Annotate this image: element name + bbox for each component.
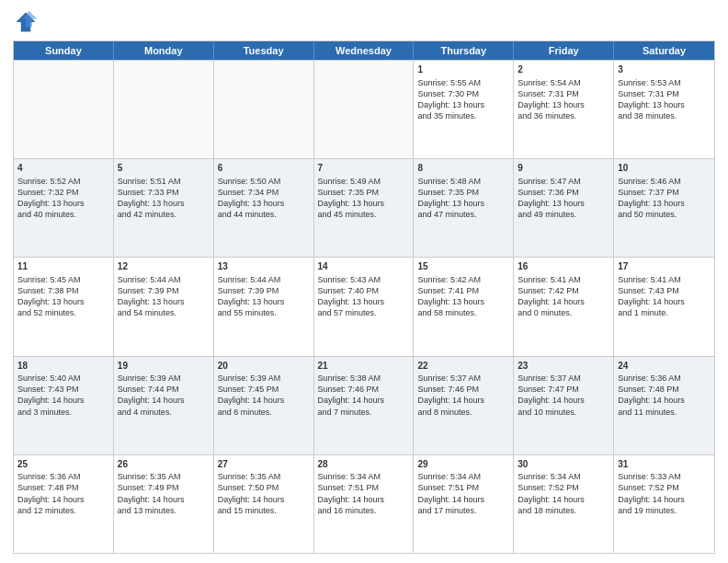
calendar-cell: 3Sunrise: 5:53 AMSunset: 7:31 PMDaylight… <box>614 61 714 158</box>
day-number: 26 <box>118 458 210 471</box>
day-number: 20 <box>218 360 310 373</box>
day-info: Sunset: 7:31 PM <box>518 88 609 99</box>
day-number: 14 <box>318 260 410 273</box>
day-info: and 57 minutes. <box>318 307 410 318</box>
calendar-row: 18Sunrise: 5:40 AMSunset: 7:43 PMDayligh… <box>14 356 714 454</box>
calendar-cell: 12Sunrise: 5:44 AMSunset: 7:39 PMDayligh… <box>114 258 214 355</box>
day-info: Sunrise: 5:43 AM <box>318 274 410 285</box>
day-info: Daylight: 14 hours <box>318 395 410 406</box>
day-info: Sunrise: 5:35 AM <box>118 471 210 482</box>
day-info: Sunset: 7:31 PM <box>618 88 711 99</box>
day-info: Daylight: 13 hours <box>417 99 509 110</box>
day-info: Daylight: 13 hours <box>417 296 509 307</box>
weekday-header: Saturday <box>614 41 714 60</box>
day-info: Sunrise: 5:34 AM <box>318 471 410 482</box>
day-number: 23 <box>518 360 609 373</box>
day-info: Sunset: 7:34 PM <box>218 187 310 198</box>
empty-cell <box>14 61 114 158</box>
day-info: Sunset: 7:43 PM <box>17 384 109 395</box>
day-info: Sunset: 7:49 PM <box>118 482 210 493</box>
day-number: 2 <box>518 63 609 76</box>
day-info: and 49 minutes. <box>518 209 609 220</box>
day-info: Sunset: 7:32 PM <box>17 187 109 198</box>
calendar-cell: 2Sunrise: 5:54 AMSunset: 7:31 PMDaylight… <box>514 61 614 158</box>
calendar-cell: 29Sunrise: 5:34 AMSunset: 7:51 PMDayligh… <box>414 455 514 553</box>
day-info: Daylight: 14 hours <box>218 494 310 505</box>
header <box>13 9 715 35</box>
day-info: Sunrise: 5:45 AM <box>17 274 109 285</box>
calendar: SundayMondayTuesdayWednesdayThursdayFrid… <box>13 40 715 554</box>
day-info: Sunset: 7:50 PM <box>218 482 310 493</box>
day-info: Sunset: 7:45 PM <box>218 384 310 395</box>
day-info: and 40 minutes. <box>17 209 109 220</box>
day-info: and 58 minutes. <box>417 307 509 318</box>
calendar-cell: 20Sunrise: 5:39 AMSunset: 7:45 PMDayligh… <box>214 357 314 454</box>
weekday-header: Monday <box>114 41 214 60</box>
day-info: and 6 minutes. <box>218 407 310 418</box>
day-number: 18 <box>17 360 109 373</box>
day-info: Sunset: 7:38 PM <box>17 285 109 296</box>
day-info: Sunset: 7:36 PM <box>518 187 609 198</box>
day-info: Sunrise: 5:52 AM <box>17 176 109 187</box>
day-info: Sunrise: 5:47 AM <box>518 176 609 187</box>
weekday-header: Sunday <box>14 41 114 60</box>
day-info: and 38 minutes. <box>618 110 711 121</box>
day-number: 9 <box>518 162 609 175</box>
calendar-cell: 9Sunrise: 5:47 AMSunset: 7:36 PMDaylight… <box>514 159 614 257</box>
day-number: 15 <box>417 260 509 273</box>
day-info: and 7 minutes. <box>318 407 410 418</box>
day-info: Sunset: 7:30 PM <box>417 88 509 99</box>
day-info: Sunrise: 5:39 AM <box>118 373 210 384</box>
day-info: Daylight: 14 hours <box>318 494 410 505</box>
day-info: Sunrise: 5:46 AM <box>618 176 711 187</box>
calendar-cell: 22Sunrise: 5:37 AMSunset: 7:46 PMDayligh… <box>414 357 514 454</box>
day-info: Sunrise: 5:54 AM <box>518 77 609 88</box>
day-info: and 8 minutes. <box>417 407 509 418</box>
day-number: 16 <box>518 260 609 273</box>
day-info: Sunrise: 5:34 AM <box>518 471 609 482</box>
day-info: Sunset: 7:51 PM <box>318 482 410 493</box>
day-info: Daylight: 13 hours <box>318 198 410 209</box>
day-info: Daylight: 13 hours <box>17 296 109 307</box>
calendar-cell: 28Sunrise: 5:34 AMSunset: 7:51 PMDayligh… <box>314 455 415 553</box>
day-info: Daylight: 14 hours <box>417 494 509 505</box>
day-info: and 10 minutes. <box>518 407 609 418</box>
calendar-cell: 25Sunrise: 5:36 AMSunset: 7:48 PMDayligh… <box>14 455 114 553</box>
day-info: and 3 minutes. <box>17 407 109 418</box>
day-info: Daylight: 14 hours <box>618 395 711 406</box>
day-info: Sunset: 7:37 PM <box>618 187 711 198</box>
day-number: 28 <box>318 458 410 471</box>
day-info: and 11 minutes. <box>618 407 711 418</box>
day-info: and 15 minutes. <box>218 505 310 516</box>
day-info: Daylight: 13 hours <box>618 99 711 110</box>
day-info: and 52 minutes. <box>17 307 109 318</box>
day-number: 31 <box>618 458 711 471</box>
day-number: 13 <box>218 260 310 273</box>
day-info: Sunset: 7:48 PM <box>17 482 109 493</box>
day-info: and 17 minutes. <box>417 505 509 516</box>
day-info: Daylight: 13 hours <box>218 198 310 209</box>
day-info: Daylight: 14 hours <box>518 395 609 406</box>
day-number: 3 <box>618 63 711 76</box>
day-info: Sunset: 7:44 PM <box>118 384 210 395</box>
calendar-cell: 19Sunrise: 5:39 AMSunset: 7:44 PMDayligh… <box>114 357 214 454</box>
day-info: Daylight: 14 hours <box>618 296 711 307</box>
calendar-cell: 10Sunrise: 5:46 AMSunset: 7:37 PMDayligh… <box>614 159 714 257</box>
day-info: Daylight: 14 hours <box>118 494 210 505</box>
calendar-cell: 31Sunrise: 5:33 AMSunset: 7:52 PMDayligh… <box>614 455 714 553</box>
day-info: Sunset: 7:48 PM <box>618 384 711 395</box>
logo <box>13 9 42 35</box>
calendar-cell: 6Sunrise: 5:50 AMSunset: 7:34 PMDaylight… <box>214 159 314 257</box>
day-info: Sunrise: 5:44 AM <box>118 274 210 285</box>
day-info: Sunrise: 5:36 AM <box>17 471 109 482</box>
day-info: Sunrise: 5:44 AM <box>218 274 310 285</box>
day-number: 11 <box>17 260 109 273</box>
day-number: 21 <box>318 360 410 373</box>
empty-cell <box>114 61 214 158</box>
calendar-row: 1Sunrise: 5:55 AMSunset: 7:30 PMDaylight… <box>14 60 714 158</box>
day-number: 12 <box>118 260 210 273</box>
day-number: 5 <box>118 162 210 175</box>
day-info: Daylight: 14 hours <box>218 395 310 406</box>
day-number: 25 <box>17 458 109 471</box>
day-info: and 36 minutes. <box>518 110 609 121</box>
